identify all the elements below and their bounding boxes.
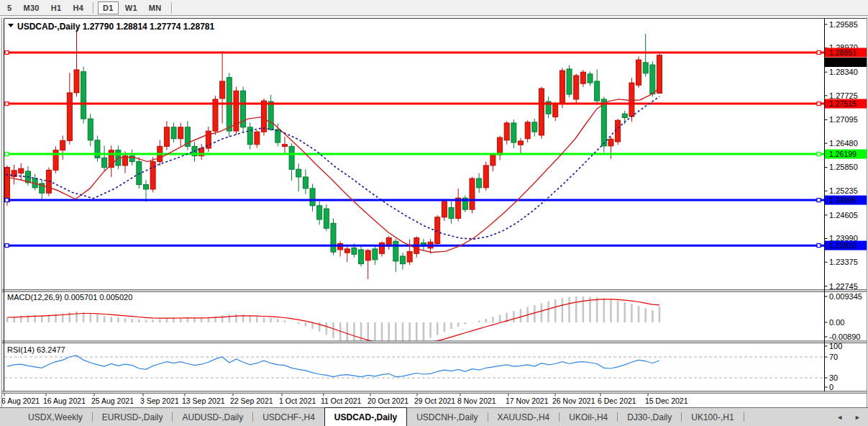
candle-body [442,201,447,217]
candle-body [477,178,482,188]
chart-title: USDCAD-,Daily 1.27790 1.28814 1.27774 1.… [17,22,215,32]
macd-histogram-bar [623,302,626,322]
candle-body [74,70,79,93]
macd-histogram-bar [193,318,196,322]
tab-scroll-right-icon[interactable]: ► [854,414,861,421]
hline-handle[interactable] [817,51,821,55]
candle-body [601,99,606,146]
candle-body [88,119,93,140]
macd-histogram-bar [263,317,265,322]
tab-usdcaddaily[interactable]: USDCAD-,Daily [324,407,407,426]
hline-handle[interactable] [5,199,9,202]
macd-histogram-bar [465,322,467,325]
chart-canvas[interactable]: 1.295851.289701.283401.277251.270951.264… [0,16,868,407]
macd-histogram-bar [644,308,647,322]
candle-body [574,76,579,99]
macd-histogram-bar [117,317,119,322]
timeframe-button-h4[interactable]: H4 [68,1,88,14]
candle-body [504,123,509,140]
candle-body [289,146,294,169]
candle-body [282,145,287,147]
macd-histogram-bar [76,312,78,322]
macd-histogram-bar [583,296,585,322]
macd-histogram-bar [652,310,654,322]
timeframe-button-h1[interactable]: H1 [46,1,67,14]
timeframe-button-w1[interactable]: W1 [120,1,142,14]
candle-body [518,141,524,145]
macd-histogram-bar [444,322,446,332]
tab-usdcnhdaily[interactable]: USDCNH-,Daily [407,408,487,426]
candle-body [268,101,273,130]
candle-body [262,101,267,132]
candle-body [657,55,662,94]
macd-histogram-bar [603,298,606,322]
hline-handle[interactable] [817,153,821,156]
macd-histogram-bar [277,319,279,322]
macd-histogram-bar [562,298,564,322]
candle-body [629,83,634,117]
candle-body [137,162,142,185]
candle-body [490,155,495,166]
tab-ukoilh4[interactable]: UKOil-,H4 [559,408,617,426]
timeframe-button-d1[interactable]: D1 [98,1,119,14]
macd-histogram-bar [450,322,452,329]
candle-body [19,168,24,173]
macd-histogram-bar [347,322,349,343]
toolbar-separator [171,2,172,14]
candle-body [393,241,398,261]
macd-histogram-bar [520,309,522,322]
candle-body [102,158,107,167]
timeframe-button-5[interactable]: 5 [2,1,17,14]
timeframe-button-mn[interactable]: MN [144,1,167,14]
hline-handle[interactable] [5,244,9,248]
macd-histogram-bar [138,320,140,322]
candle-body [608,139,613,146]
macd-histogram-bar [617,301,619,322]
candle-body [95,140,100,158]
candle-body [324,209,329,228]
hline-handle[interactable] [817,199,821,202]
macd-histogram-bar [145,320,147,322]
hline-handle[interactable] [817,102,821,106]
macd-histogram-bar [610,299,612,322]
macd-histogram-bar [596,297,598,322]
price-axis[interactable] [825,19,867,391]
hline-handle[interactable] [5,102,9,106]
macd-histogram-bar [416,322,418,343]
timeframe-button-m30[interactable]: M30 [18,1,44,14]
macd-histogram-bar [541,303,543,322]
macd-histogram-bar [534,305,536,322]
macd-histogram-bar [478,321,480,322]
candle-body [498,137,503,155]
candle-body [310,189,315,206]
time-axis[interactable] [4,393,824,407]
hline-handle[interactable] [5,51,9,55]
macd-histogram-bar [173,318,175,322]
candle-body [511,123,516,142]
macd-histogram-bar [659,307,661,322]
tab-audusddaily[interactable]: AUDUSD-,Daily [173,408,252,426]
hline-handle[interactable] [5,153,9,156]
candle-body [622,114,627,117]
macd-histogram-bar [423,322,425,340]
hline-handle[interactable] [817,244,821,248]
candle-body [143,185,148,189]
rsi-label: RSI(14) 63.2477 [7,345,65,354]
candle-body [567,69,572,94]
macd-histogram-bar [284,320,286,322]
tab-scroll-left-icon[interactable]: ◄ [836,414,843,421]
macd-histogram-bar [311,322,314,329]
candle-body [359,250,364,264]
tab-eurusddaily[interactable]: EURUSD-,Daily [93,408,173,426]
tab-xauusdh4[interactable]: XAUUSD-,H4 [488,408,559,426]
tab-dj30daily[interactable]: DJ30-,Daily [618,408,681,426]
tab-uk100h1[interactable]: UK100-,H1 [682,408,743,426]
macd-histogram-bar [638,306,640,322]
tab-usdchfh4[interactable]: USDCHF-,H4 [253,408,324,426]
tab-usdxweekly[interactable]: USDX,Weekly [19,408,92,426]
macd-histogram-bar [291,322,293,323]
macd-histogram-bar [631,304,633,322]
candle-body [303,177,308,189]
macd-histogram-bar [298,322,300,324]
macd-histogram-bar [131,319,133,322]
